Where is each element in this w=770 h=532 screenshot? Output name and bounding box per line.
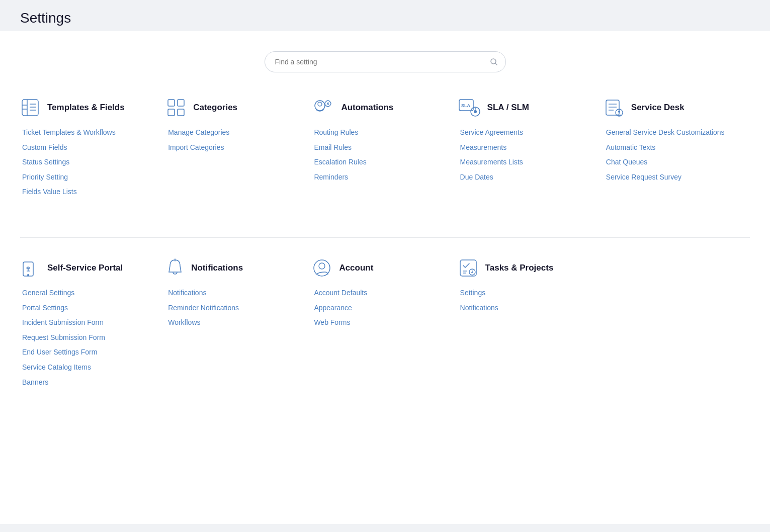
sla-title: SLA / SLM xyxy=(487,103,529,113)
list-item[interactable]: Reminders xyxy=(314,172,448,183)
svg-rect-12 xyxy=(178,109,184,116)
search-wrapper xyxy=(265,51,506,72)
section-self-service-portal: Self-Service Portal General Settings Por… xyxy=(20,258,166,397)
list-item[interactable]: Measurements Lists xyxy=(460,157,594,167)
search-input[interactable] xyxy=(265,51,506,72)
svg-rect-22 xyxy=(606,100,619,115)
list-item[interactable]: Account Defaults xyxy=(314,288,448,298)
list-item[interactable]: Measurements xyxy=(460,143,594,153)
svg-point-14 xyxy=(318,102,322,106)
templates-icon xyxy=(20,98,40,118)
svg-rect-35 xyxy=(460,260,476,276)
servicedesk-icon xyxy=(604,98,624,118)
svg-rect-2 xyxy=(22,100,38,116)
portal-icon xyxy=(20,258,40,278)
list-item[interactable]: Service Agreements xyxy=(460,128,594,138)
tasks-icon xyxy=(458,258,478,278)
list-item[interactable]: Notifications xyxy=(168,288,302,298)
list-item[interactable]: Routing Rules xyxy=(314,128,448,138)
account-links: Account Defaults Appearance Web Forms xyxy=(312,288,448,328)
list-item[interactable]: Appearance xyxy=(314,303,448,313)
section-tasks-projects: Tasks & Projects Settings Notifications xyxy=(458,258,604,397)
notifications-links: Notifications Reminder Notifications Wor… xyxy=(166,288,302,328)
portal-title: Self-Service Portal xyxy=(47,263,123,273)
list-item[interactable]: Service Catalog Items xyxy=(22,363,156,373)
categories-title: Categories xyxy=(193,103,237,113)
section-notifications: Notifications Notifications Reminder Not… xyxy=(166,258,312,397)
svg-rect-11 xyxy=(168,109,175,116)
section-automations: Automations Routing Rules Email Rules Es… xyxy=(312,98,458,207)
automations-links: Routing Rules Email Rules Escalation Rul… xyxy=(312,128,448,182)
account-icon xyxy=(312,258,332,278)
sections-row2: Self-Service Portal General Settings Por… xyxy=(20,258,750,397)
list-item[interactable]: Workflows xyxy=(168,318,302,328)
servicedesk-links: General Service Desk Customizations Auto… xyxy=(604,128,740,182)
svg-text:SLA: SLA xyxy=(461,103,471,108)
list-item[interactable]: Automatic Texts xyxy=(606,143,740,153)
templates-title: Templates & Fields xyxy=(47,103,125,113)
list-item[interactable]: Request Submission Form xyxy=(22,333,156,343)
svg-point-34 xyxy=(319,263,325,269)
svg-rect-9 xyxy=(168,100,175,106)
svg-point-20 xyxy=(474,110,477,113)
svg-point-29 xyxy=(27,274,29,276)
list-item[interactable]: Portal Settings xyxy=(22,303,156,313)
section-divider xyxy=(20,237,750,238)
bell-icon xyxy=(166,258,184,278)
templates-links: Ticket Templates & Workflows Custom Fiel… xyxy=(20,128,156,197)
list-item[interactable]: Custom Fields xyxy=(22,143,156,153)
sections-row1: Templates & Fields Ticket Templates & Wo… xyxy=(20,98,750,207)
list-item[interactable]: Reminder Notifications xyxy=(168,303,302,313)
svg-rect-10 xyxy=(178,100,184,106)
section-empty xyxy=(604,258,750,397)
automations-icon xyxy=(312,98,334,118)
list-item[interactable]: Chat Queues xyxy=(606,157,740,167)
list-item[interactable]: Due Dates xyxy=(460,172,594,183)
list-item[interactable]: Status Settings xyxy=(22,157,156,167)
section-service-desk: Service Desk General Service Desk Custom… xyxy=(604,98,750,207)
list-item[interactable]: Escalation Rules xyxy=(314,157,448,167)
portal-links: General Settings Portal Settings Inciden… xyxy=(20,288,156,387)
list-item[interactable]: Web Forms xyxy=(314,318,448,328)
list-item[interactable]: Banners xyxy=(22,378,156,388)
svg-line-1 xyxy=(495,63,497,65)
list-item[interactable]: Manage Categories xyxy=(168,128,302,138)
list-item[interactable]: Email Rules xyxy=(314,143,448,153)
svg-point-27 xyxy=(618,111,620,113)
section-templates-fields: Templates & Fields Ticket Templates & Wo… xyxy=(20,98,166,207)
tasks-title: Tasks & Projects xyxy=(485,263,554,273)
categories-icon xyxy=(166,98,186,118)
automations-title: Automations xyxy=(341,103,393,113)
notifications-title: Notifications xyxy=(191,263,243,273)
list-item[interactable]: Incident Submission Form xyxy=(22,318,156,328)
list-item[interactable]: Service Request Survey xyxy=(606,172,740,183)
list-item[interactable]: Priority Setting xyxy=(22,172,156,183)
page-title: Settings xyxy=(20,10,750,26)
sla-icon: SLA xyxy=(458,98,480,118)
search-container xyxy=(20,51,750,72)
list-item[interactable]: Fields Value Lists xyxy=(22,187,156,197)
list-item[interactable]: End User Settings Form xyxy=(22,347,156,358)
search-icon xyxy=(490,58,498,66)
section-account: Account Account Defaults Appearance Web … xyxy=(312,258,458,397)
servicedesk-title: Service Desk xyxy=(631,103,685,113)
section-categories: Categories Manage Categories Import Cate… xyxy=(166,98,312,207)
sla-links: Service Agreements Measurements Measurem… xyxy=(458,128,594,182)
section-sla-slm: SLA SLA / SLM Service Agreements Measure… xyxy=(458,98,604,207)
list-item[interactable]: Import Categories xyxy=(168,143,302,153)
list-item[interactable]: Settings xyxy=(460,288,594,298)
list-item[interactable]: General Settings xyxy=(22,288,156,298)
list-item[interactable]: Ticket Templates & Workflows xyxy=(22,128,156,138)
tasks-links: Settings Notifications xyxy=(458,288,594,313)
categories-links: Manage Categories Import Categories xyxy=(166,128,302,152)
account-title: Account xyxy=(339,263,373,273)
list-item[interactable]: Notifications xyxy=(460,303,594,313)
list-item[interactable]: General Service Desk Customizations xyxy=(606,128,740,138)
